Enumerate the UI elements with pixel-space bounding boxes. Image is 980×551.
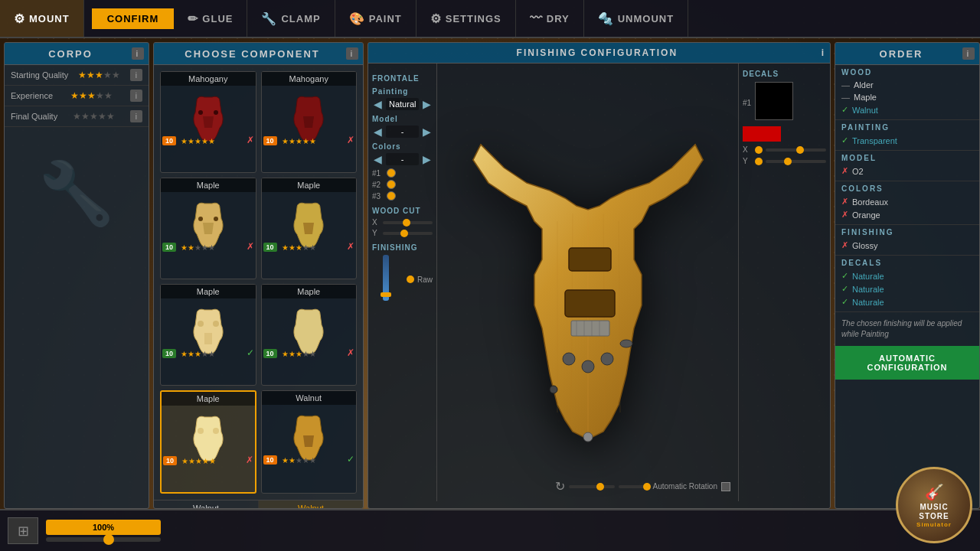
component-header: CHOOSE COMPONENT i: [154, 43, 363, 65]
glossy-text: Glossy: [852, 241, 878, 250]
nav-settings[interactable]: ⚙ SETTINGS: [416, 0, 516, 37]
svg-point-3: [214, 217, 218, 221]
order-bordeaux: ✗ Bordeaux: [841, 195, 973, 208]
component-name-6: Maple: [262, 285, 357, 298]
zoom-slider-track[interactable]: [46, 537, 161, 542]
finishing-bar[interactable]: [383, 255, 389, 301]
decal-y-thumb: [784, 158, 792, 165]
decal-preview-1[interactable]: [755, 82, 793, 120]
component-maple-selected[interactable]: Maple 10 ★★★★★ ✗: [160, 390, 256, 494]
final-quality-info[interactable]: i: [130, 110, 142, 122]
auto-rotation-controls: ↻ Automatic Rotation: [555, 479, 731, 494]
starting-quality-row: Starting Quality ★★★★★ i: [5, 65, 149, 86]
top-navigation: ⚙ MOUNT CONFIRM ✏ GLUE 🔧 CLAMP 🎨 PAINT ⚙…: [0, 0, 980, 38]
bordeaux-icon: ✗: [841, 197, 848, 207]
wood-y-thumb: [400, 230, 408, 237]
svg-point-5: [213, 321, 219, 327]
nav-paint[interactable]: 🎨 PAINT: [335, 0, 416, 37]
wood-x-slider-row: X: [372, 218, 433, 227]
painting-value: Natural: [386, 98, 419, 110]
order-wood-title: WOOD: [841, 68, 973, 77]
nav-glue[interactable]: ✏ GLUE: [174, 0, 247, 37]
decal-x-track[interactable]: [766, 148, 826, 152]
starting-quality-info[interactable]: i: [130, 69, 142, 81]
zoom-slider-guitar[interactable]: [619, 485, 649, 488]
walnut-text: Walnut: [852, 106, 878, 115]
color-dot-3[interactable]: [387, 191, 396, 201]
component-maple-3[interactable]: Maple 10 ★★★★★ ✓: [160, 284, 256, 386]
svg-point-6: [198, 428, 204, 434]
component-img-1: 10 ★★★★★ ✗: [161, 86, 256, 147]
walnut-label-1: Walnut: [154, 500, 259, 509]
component-walnut-1[interactable]: Walnut 10 ★★★★★ ✓: [261, 390, 358, 494]
nav-mount[interactable]: ⚙ MOUNT: [0, 0, 84, 37]
wood-y-label: Y: [372, 229, 380, 237]
naturale-1-icon: ✓: [841, 271, 848, 281]
naturale-1-text: Naturale: [852, 272, 884, 281]
order-model-title: MODEL: [841, 154, 973, 162]
decal-num-row: #1: [743, 82, 826, 124]
corpo-header: CORPO i: [5, 43, 149, 65]
corpo-info-button[interactable]: i: [132, 47, 144, 60]
item-badge-3: 10: [162, 243, 176, 252]
guitar-viewport: ↻ Automatic Rotation: [437, 64, 738, 501]
color-dot-1[interactable]: [387, 168, 396, 178]
order-note: The chosen finishing will be applied whi…: [835, 312, 979, 346]
color-dot-2[interactable]: [387, 180, 396, 189]
rotation-slider[interactable]: [569, 485, 615, 488]
painting-right-arrow[interactable]: ▶: [421, 98, 433, 110]
model-left-arrow[interactable]: ◀: [372, 126, 384, 138]
item-check-5: ✓: [247, 347, 254, 358]
component-mahogany-2[interactable]: Mahogany 10 ★★★★★ ✗: [261, 71, 358, 173]
order-painting-title: PAINTING: [841, 123, 973, 132]
decal-x-row: X: [743, 145, 826, 154]
component-info-button[interactable]: i: [346, 47, 358, 60]
svg-point-20: [620, 340, 632, 347]
raw-text: Raw: [417, 276, 433, 284]
view-toggle-button[interactable]: ⊞: [8, 517, 38, 544]
component-maple-2[interactable]: Maple 10 ★★★★★ ✗: [261, 178, 358, 279]
component-maple-4[interactable]: Maple 10 ★★★★★ ✗: [261, 284, 358, 386]
colors-left-arrow[interactable]: ◀: [372, 153, 384, 165]
nav-dry[interactable]: 〰 DRY: [516, 0, 584, 37]
decal-x-thumb: [796, 146, 804, 154]
svg-point-17: [582, 360, 594, 373]
zoom-slider-thumb: [103, 534, 114, 545]
order-transparent: ✓ Transparent: [841, 134, 973, 147]
confirm-button[interactable]: CONFIRM: [92, 8, 175, 29]
o2-text: O2: [852, 167, 864, 176]
auto-rotation-checkbox[interactable]: [721, 482, 730, 491]
decals-header: DECALS: [743, 70, 826, 78]
nav-clamp[interactable]: 🔧 CLAMP: [247, 0, 335, 37]
component-mahogany-1[interactable]: Mahogany 10 ★★★★★ ✗: [160, 71, 256, 173]
model-selector: ◀ - ▶: [372, 126, 433, 138]
wood-y-slider-row: Y: [372, 229, 433, 237]
nav-unmount[interactable]: 🔩 UNMOUNT: [584, 0, 688, 37]
nav-glue-label: GLUE: [202, 13, 233, 24]
component-maple-1[interactable]: Maple 10 ★★★★★ ✗: [160, 178, 256, 279]
experience-info[interactable]: i: [130, 90, 142, 102]
nav-mount-label: MOUNT: [29, 13, 70, 24]
item-badge-1: 10: [162, 136, 176, 145]
colors-section-label: Colors: [372, 142, 433, 151]
wrench-decoration: 🔧: [5, 158, 149, 230]
model-right-arrow[interactable]: ▶: [421, 126, 433, 138]
painting-left-arrow[interactable]: ◀: [372, 98, 384, 110]
colors-right-arrow[interactable]: ▶: [421, 153, 433, 165]
decal-y-track[interactable]: [766, 160, 826, 163]
guitar-svg-4: [282, 196, 335, 249]
order-info-btn[interactable]: i: [962, 47, 975, 60]
experience-row: Experience ★★★★★ i: [5, 86, 149, 106]
auto-config-button[interactable]: AUTOMATIC CONFIGURATION: [835, 346, 979, 380]
item-x-7: ✗: [246, 455, 253, 465]
wood-x-track[interactable]: [383, 221, 433, 224]
corpo-panel: CORPO i Starting Quality ★★★★★ i Experie…: [4, 42, 149, 509]
colors-value: -: [386, 153, 419, 165]
finishing-config-panel: FINISHING CONFIGURATION i FRONTALE Paint…: [368, 42, 831, 509]
config-info-btn[interactable]: i: [822, 47, 825, 58]
wood-y-track[interactable]: [383, 232, 433, 235]
decal-color-preview[interactable]: [743, 126, 781, 142]
zoom-controls: 100%: [46, 520, 161, 542]
color-dot-3-row: #3: [372, 191, 433, 201]
guitar-svg-5: [181, 302, 235, 356]
